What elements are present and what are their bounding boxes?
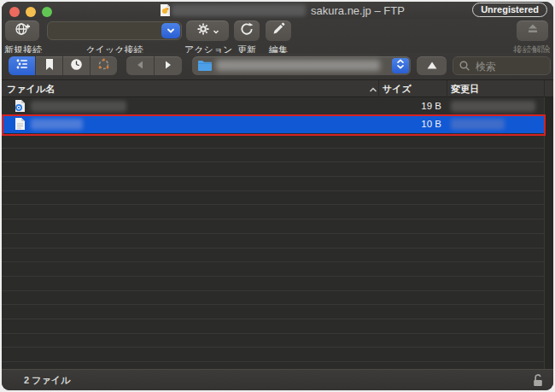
column-filename[interactable]: ファイル名 [7,83,55,96]
back-button[interactable] [126,56,155,75]
toolbar: 新規接続 クイック接続 アクション 更新 編集 [2,19,553,53]
forward-button[interactable] [155,56,182,75]
folder-icon [197,59,213,75]
table-header: ファイル名 サイズ 変更日 [2,80,553,97]
screenshot-frame: sakura.ne.jp – FTP Unregistered 新規接続 クイッ… [0,0,555,392]
pencil-icon [271,21,286,40]
globe-plus-icon [14,21,31,40]
refresh-button[interactable] [234,20,260,41]
bookmarks-segment[interactable] [36,56,63,75]
chevron-down-icon [166,23,176,38]
zoom-window-button[interactable] [42,7,52,17]
file-list: 19 B 10 B [2,97,553,369]
app-window: sakura.ne.jp – FTP Unregistered 新規接続 クイッ… [2,2,553,390]
sort-ascending-icon [369,85,377,95]
unregistered-badge[interactable]: Unregistered [472,3,547,17]
minimize-window-button[interactable] [26,7,36,17]
chevron-down-icon [213,23,219,38]
window-title: sakura.ne.jp – FTP [311,4,405,17]
path-dropdown-button[interactable] [392,58,409,73]
titlebar: sakura.ne.jp – FTP Unregistered [2,2,553,19]
status-bar: 2 ファイル [2,369,553,390]
close-window-button[interactable] [9,7,20,17]
disconnect-button[interactable] [517,20,548,41]
history-nav [126,56,182,75]
bookmark-icon [44,58,55,74]
outline-view-segment[interactable] [9,56,36,75]
redacted-filename [31,101,126,112]
annotation-red-box [2,114,546,136]
scrollbar-track[interactable] [544,97,553,369]
file-size: 19 B [365,97,441,115]
quick-connect-combobox[interactable] [47,21,182,40]
clock-icon [70,58,83,74]
history-segment[interactable] [63,56,91,75]
back-arrow-icon [135,58,145,73]
eject-icon [525,21,540,40]
action-button[interactable] [186,20,229,41]
view-switcher [9,56,117,75]
column-divider [544,80,545,97]
new-connection-button[interactable] [5,20,39,41]
column-size[interactable]: サイズ [383,83,412,96]
path-popup-button[interactable] [192,56,411,75]
search-input[interactable] [474,58,549,75]
table-row[interactable]: 19 B [2,97,544,115]
navigation-bar [2,53,553,80]
edit-button[interactable] [266,20,291,41]
redacted-modified-date [451,101,535,112]
empty-rows-grid [2,134,544,370]
outline-view-icon [15,58,29,73]
column-divider[interactable] [378,80,379,97]
forward-arrow-icon [163,58,173,73]
go-up-button[interactable] [417,56,447,75]
redacted-host-text [172,4,306,16]
redacted-path-text [216,60,380,71]
search-field[interactable] [453,56,551,75]
gear-icon [196,21,211,40]
unlocked-padlock-icon [531,373,545,390]
cyberduck-document-icon [160,3,171,20]
column-divider[interactable] [447,80,447,97]
chevrons-up-down-icon [395,58,406,73]
column-modified[interactable]: 変更日 [451,83,479,96]
file-count-label: 2 ファイル [24,374,70,387]
bonjour-icon [97,58,110,74]
refresh-icon [239,21,254,40]
quick-connect-dropdown-button[interactable] [161,23,180,38]
bonjour-segment[interactable] [91,56,117,75]
up-triangle-icon [426,58,438,73]
